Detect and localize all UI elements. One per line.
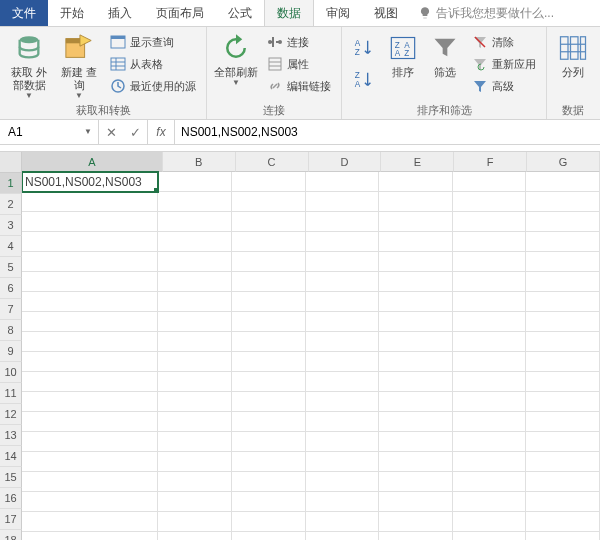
cell-D19[interactable] <box>306 532 380 540</box>
row-header-11[interactable]: 11 <box>0 383 22 404</box>
cell-B12[interactable] <box>158 392 232 412</box>
cell-B9[interactable] <box>158 332 232 352</box>
cell-C13[interactable] <box>232 412 306 432</box>
reapply-button[interactable]: 重新应用 <box>468 54 540 74</box>
cell-B6[interactable] <box>158 272 232 292</box>
cell-G2[interactable] <box>526 192 600 212</box>
cell-A3[interactable] <box>22 212 158 232</box>
cell-E17[interactable] <box>379 492 453 512</box>
cell-G3[interactable] <box>526 212 600 232</box>
cell-E11[interactable] <box>379 372 453 392</box>
cell-A11[interactable] <box>22 372 158 392</box>
edit-links-button[interactable]: 编辑链接 <box>263 76 335 96</box>
row-header-15[interactable]: 15 <box>0 467 22 488</box>
tab-file[interactable]: 文件 <box>0 0 48 26</box>
cell-G11[interactable] <box>526 372 600 392</box>
cell-B14[interactable] <box>158 432 232 452</box>
row-header-4[interactable]: 4 <box>0 236 22 257</box>
cell-A17[interactable] <box>22 492 158 512</box>
cell-F17[interactable] <box>453 492 527 512</box>
cell-G10[interactable] <box>526 352 600 372</box>
chevron-down-icon[interactable]: ▼ <box>84 127 92 136</box>
cell-D5[interactable] <box>306 252 380 272</box>
column-header-A[interactable]: A <box>22 152 163 172</box>
cell-F2[interactable] <box>453 192 527 212</box>
cell-F14[interactable] <box>453 432 527 452</box>
tell-me[interactable]: 告诉我您想要做什么... <box>410 0 600 26</box>
tab-home[interactable]: 开始 <box>48 0 96 26</box>
from-table-button[interactable]: 从表格 <box>106 54 200 74</box>
cell-G9[interactable] <box>526 332 600 352</box>
cell-C3[interactable] <box>232 212 306 232</box>
cell-F11[interactable] <box>453 372 527 392</box>
cell-B2[interactable] <box>158 192 232 212</box>
cell-C17[interactable] <box>232 492 306 512</box>
cell-F7[interactable] <box>453 292 527 312</box>
cell-A12[interactable] <box>22 392 158 412</box>
row-header-17[interactable]: 17 <box>0 509 22 530</box>
cell-D12[interactable] <box>306 392 380 412</box>
cell-D13[interactable] <box>306 412 380 432</box>
cell-E9[interactable] <box>379 332 453 352</box>
cell-G12[interactable] <box>526 392 600 412</box>
cell-C2[interactable] <box>232 192 306 212</box>
row-header-10[interactable]: 10 <box>0 362 22 383</box>
cell-A18[interactable] <box>22 512 158 532</box>
cell-F3[interactable] <box>453 212 527 232</box>
cancel-button[interactable]: ✕ <box>99 125 123 140</box>
row-header-7[interactable]: 7 <box>0 299 22 320</box>
cell-D18[interactable] <box>306 512 380 532</box>
cell-E19[interactable] <box>379 532 453 540</box>
cell-E13[interactable] <box>379 412 453 432</box>
cell-D1[interactable] <box>306 172 380 192</box>
enter-button[interactable]: ✓ <box>123 125 147 140</box>
cell-D6[interactable] <box>306 272 380 292</box>
cell-G5[interactable] <box>526 252 600 272</box>
cell-G6[interactable] <box>526 272 600 292</box>
tab-formulas[interactable]: 公式 <box>216 0 264 26</box>
cell-D4[interactable] <box>306 232 380 252</box>
cell-C6[interactable] <box>232 272 306 292</box>
recent-sources-button[interactable]: 最近使用的源 <box>106 76 200 96</box>
cell-C18[interactable] <box>232 512 306 532</box>
cell-C12[interactable] <box>232 392 306 412</box>
cell-E12[interactable] <box>379 392 453 412</box>
select-all-corner[interactable] <box>0 152 22 173</box>
tab-data[interactable]: 数据 <box>264 0 314 26</box>
row-header-5[interactable]: 5 <box>0 257 22 278</box>
filter-button[interactable]: 筛选 <box>426 30 464 79</box>
column-header-F[interactable]: F <box>454 152 527 172</box>
cell-G4[interactable] <box>526 232 600 252</box>
cell-G16[interactable] <box>526 472 600 492</box>
cell-D15[interactable] <box>306 452 380 472</box>
cell-D10[interactable] <box>306 352 380 372</box>
cell-A5[interactable] <box>22 252 158 272</box>
column-header-G[interactable]: G <box>527 152 600 172</box>
cell-F5[interactable] <box>453 252 527 272</box>
cell-B19[interactable] <box>158 532 232 540</box>
cell-C16[interactable] <box>232 472 306 492</box>
cell-D2[interactable] <box>306 192 380 212</box>
cell-C1[interactable] <box>232 172 306 192</box>
cell-B18[interactable] <box>158 512 232 532</box>
cell-G15[interactable] <box>526 452 600 472</box>
cell-C10[interactable] <box>232 352 306 372</box>
cell-B7[interactable] <box>158 292 232 312</box>
cell-B3[interactable] <box>158 212 232 232</box>
cell-A9[interactable] <box>22 332 158 352</box>
cell-A16[interactable] <box>22 472 158 492</box>
row-header-2[interactable]: 2 <box>0 194 22 215</box>
text-to-columns-button[interactable]: 分列 <box>553 30 593 79</box>
cell-E4[interactable] <box>379 232 453 252</box>
row-header-6[interactable]: 6 <box>0 278 22 299</box>
cell-D14[interactable] <box>306 432 380 452</box>
cell-A2[interactable] <box>22 192 158 212</box>
cell-C8[interactable] <box>232 312 306 332</box>
cell-F15[interactable] <box>453 452 527 472</box>
cell-F1[interactable] <box>453 172 527 192</box>
row-header-9[interactable]: 9 <box>0 341 22 362</box>
cell-G1[interactable] <box>526 172 600 192</box>
cell-E16[interactable] <box>379 472 453 492</box>
cell-A6[interactable] <box>22 272 158 292</box>
get-external-data-button[interactable]: 获取 外部数据 ▼ <box>6 30 52 100</box>
